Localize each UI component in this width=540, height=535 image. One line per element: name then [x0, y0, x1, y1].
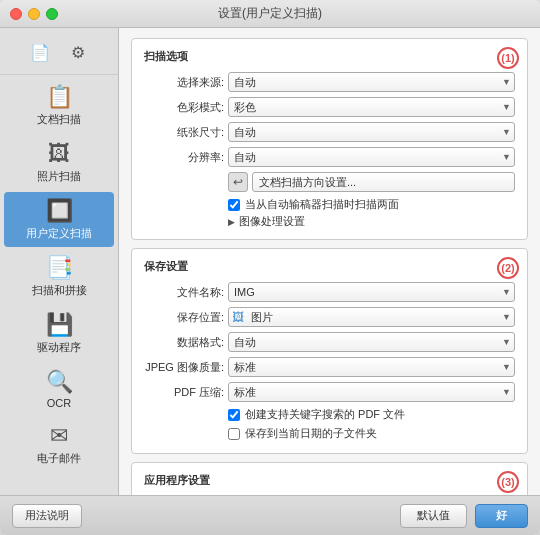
app-settings-number: (3)	[497, 471, 519, 493]
sidebar-item-ocr[interactable]: 🔍 OCR	[4, 363, 114, 415]
resolution-row: 分辨率: 自动 ▼	[144, 147, 515, 167]
pdf-compression-row: PDF 压缩: 标准 ▼	[144, 382, 515, 402]
source-label: 选择来源:	[144, 75, 224, 90]
sidebar-item-email-label: 电子邮件	[37, 451, 81, 466]
bottom-left: 用法说明	[12, 504, 392, 528]
sidebar-toolbar: 📄 ⚙	[0, 32, 118, 75]
disclosure-label-text: 图像处理设置	[239, 214, 305, 229]
photo-scan-icon: 🖼	[48, 141, 70, 167]
pdf-compression-label: PDF 压缩:	[144, 385, 224, 400]
sidebar-item-scan-merge[interactable]: 📑 扫描和拼接	[4, 249, 114, 304]
window-title: 设置(用户定义扫描)	[218, 5, 322, 22]
data-format-select[interactable]: 自动	[228, 332, 515, 352]
filename-select-wrapper: IMG ▼	[228, 282, 515, 302]
resolution-select[interactable]: 自动	[228, 147, 515, 167]
pdf-keyword-checkbox-label: 创建支持关键字搜索的 PDF 文件	[245, 407, 405, 422]
color-mode-label: 色彩模式:	[144, 100, 224, 115]
save-settings-number: (2)	[497, 257, 519, 279]
duplex-checkbox[interactable]	[228, 199, 240, 211]
color-mode-row: 色彩模式: 彩色 ▼	[144, 97, 515, 117]
main-window: 设置(用户定义扫描) 📄 ⚙ 📋 文档扫描 🖼 照片扫描 🔲 用户定义扫描 📑	[0, 0, 540, 535]
pdf-compression-select-wrapper: 标准 ▼	[228, 382, 515, 402]
ocr-icon: 🔍	[46, 369, 73, 395]
data-format-row: 数据格式: 自动 ▼	[144, 332, 515, 352]
minimize-button[interactable]	[28, 8, 40, 20]
sidebar: 📄 ⚙ 📋 文档扫描 🖼 照片扫描 🔲 用户定义扫描 📑 扫描和拼接 💾	[0, 28, 119, 495]
save-location-select-wrapper: 图片 🖼 ▼	[228, 307, 515, 327]
data-format-label: 数据格式:	[144, 335, 224, 350]
save-settings-section: 保存设置 (2) 文件名称: IMG ▼ 保存位置: 图片	[131, 248, 528, 454]
sidebar-item-document-scan-label: 文档扫描	[37, 112, 81, 127]
paper-size-label: 纸张尺寸:	[144, 125, 224, 140]
document-scan-icon: 📋	[46, 84, 73, 110]
email-icon: ✉	[50, 423, 68, 449]
resolution-select-wrapper: 自动 ▼	[228, 147, 515, 167]
jpeg-quality-select[interactable]: 标准	[228, 357, 515, 377]
save-location-select[interactable]: 图片	[228, 307, 515, 327]
sidebar-item-user-defined-label: 用户定义扫描	[26, 226, 92, 241]
sidebar-item-driver-label: 驱动程序	[37, 340, 81, 355]
sidebar-item-photo-scan-label: 照片扫描	[37, 169, 81, 184]
paper-size-select-wrapper: 自动 ▼	[228, 122, 515, 142]
toolbar-document-icon[interactable]: 📄	[26, 38, 54, 66]
filename-row: 文件名称: IMG ▼	[144, 282, 515, 302]
resolution-label: 分辨率:	[144, 150, 224, 165]
main-layout: 📄 ⚙ 📋 文档扫描 🖼 照片扫描 🔲 用户定义扫描 📑 扫描和拼接 💾	[0, 28, 540, 495]
save-location-label: 保存位置:	[144, 310, 224, 325]
source-select[interactable]: 自动	[228, 72, 515, 92]
color-mode-select[interactable]: 彩色	[228, 97, 515, 117]
disclosure-arrow-icon: ▶	[228, 217, 235, 227]
save-location-row: 保存位置: 图片 🖼 ▼	[144, 307, 515, 327]
scan-options-number: (1)	[497, 47, 519, 69]
jpeg-quality-label: JPEG 图像质量:	[144, 360, 224, 375]
scan-options-title: 扫描选项	[144, 49, 515, 64]
scan-dir-button[interactable]: 文档扫描方向设置...	[252, 172, 515, 192]
data-format-select-wrapper: 自动 ▼	[228, 332, 515, 352]
content-area: 扫描选项 (1) 选择来源: 自动 ▼ 色彩模式: 彩色	[119, 28, 540, 495]
duplex-checkbox-row: 当从自动输稿器扫描时扫描两面	[228, 197, 515, 212]
driver-icon: 💾	[46, 312, 73, 338]
scan-dir-row: ↩ 文档扫描方向设置...	[144, 172, 515, 192]
maximize-button[interactable]	[46, 8, 58, 20]
filename-select[interactable]: IMG	[228, 282, 515, 302]
traffic-lights	[10, 8, 58, 20]
pdf-keyword-checkbox[interactable]	[228, 409, 240, 421]
sidebar-item-ocr-label: OCR	[47, 397, 71, 409]
pdf-compression-select[interactable]: 标准	[228, 382, 515, 402]
user-defined-icon: 🔲	[46, 198, 73, 224]
sidebar-item-user-defined[interactable]: 🔲 用户定义扫描	[4, 192, 114, 247]
bottom-bar: 用法说明 默认值 好	[0, 495, 540, 535]
help-button[interactable]: 用法说明	[12, 504, 82, 528]
date-folder-checkbox-row: 保存到当前日期的子文件夹	[228, 426, 515, 441]
source-select-wrapper: 自动 ▼	[228, 72, 515, 92]
date-folder-checkbox-label: 保存到当前日期的子文件夹	[245, 426, 377, 441]
close-button[interactable]	[10, 8, 22, 20]
sidebar-item-scan-merge-label: 扫描和拼接	[32, 283, 87, 298]
duplex-checkbox-label: 当从自动输稿器扫描时扫描两面	[245, 197, 399, 212]
app-settings-section: 应用程序设置 (3) 以应用程序打开: 🔲 Finder ▼	[131, 462, 528, 495]
paper-size-select[interactable]: 自动	[228, 122, 515, 142]
sidebar-item-driver[interactable]: 💾 驱动程序	[4, 306, 114, 361]
scan-merge-icon: 📑	[46, 255, 73, 281]
image-processing-disclosure[interactable]: ▶ 图像处理设置	[228, 214, 515, 229]
jpeg-quality-row: JPEG 图像质量: 标准 ▼	[144, 357, 515, 377]
app-settings-title: 应用程序设置	[144, 473, 515, 488]
source-row: 选择来源: 自动 ▼	[144, 72, 515, 92]
titlebar: 设置(用户定义扫描)	[0, 0, 540, 28]
save-settings-title: 保存设置	[144, 259, 515, 274]
scan-dir-icon[interactable]: ↩	[228, 172, 248, 192]
sidebar-item-document-scan[interactable]: 📋 文档扫描	[4, 78, 114, 133]
toolbar-settings-icon[interactable]: ⚙	[64, 38, 92, 66]
paper-size-row: 纸张尺寸: 自动 ▼	[144, 122, 515, 142]
pdf-keyword-checkbox-row: 创建支持关键字搜索的 PDF 文件	[228, 407, 515, 422]
sidebar-item-photo-scan[interactable]: 🖼 照片扫描	[4, 135, 114, 190]
filename-label: 文件名称:	[144, 285, 224, 300]
color-mode-select-wrapper: 彩色 ▼	[228, 97, 515, 117]
default-button[interactable]: 默认值	[400, 504, 467, 528]
jpeg-quality-select-wrapper: 标准 ▼	[228, 357, 515, 377]
ok-button[interactable]: 好	[475, 504, 528, 528]
date-folder-checkbox[interactable]	[228, 428, 240, 440]
scan-options-section: 扫描选项 (1) 选择来源: 自动 ▼ 色彩模式: 彩色	[131, 38, 528, 240]
sidebar-item-email[interactable]: ✉ 电子邮件	[4, 417, 114, 472]
